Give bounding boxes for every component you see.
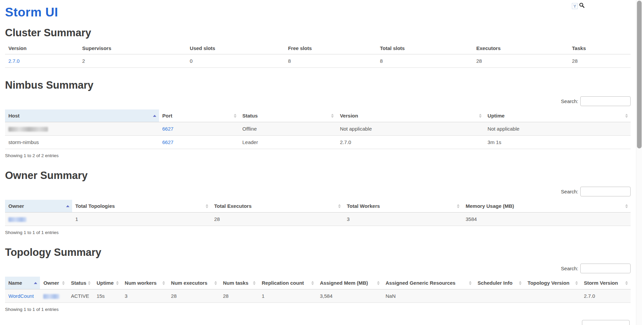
cluster-row: 2.7.0 2 0 8 8 28 28 [5, 54, 631, 68]
col-header-topo-uptime[interactable]: Uptime [93, 277, 121, 289]
topology-header-row: Name Owner Status Uptime Num workers [5, 277, 631, 289]
sort-both-icon [479, 114, 482, 118]
col-header-uptime[interactable]: Uptime [484, 109, 631, 122]
sort-both-icon [234, 114, 236, 118]
sort-both-icon [331, 114, 334, 118]
topology-uptime-value: 15s [93, 289, 121, 303]
sort-both-icon [162, 281, 165, 285]
col-header-tasks: Tasks [569, 42, 631, 54]
sort-both-icon [625, 281, 628, 285]
col-header-num-workers[interactable]: Num workers [121, 277, 168, 289]
supervisor-summary-heading: Supervisor Summary [5, 323, 631, 325]
col-header-assigned-mem[interactable]: Assigned Mem (MB) [317, 277, 382, 289]
owner-summary-heading: Owner Summary [5, 170, 631, 182]
col-header-topo-owner[interactable]: Owner [40, 277, 67, 289]
nimbus-search-row: Search: [5, 96, 631, 106]
nimbus-version-value: Not applicable [336, 122, 484, 136]
redacted-owner-value [43, 294, 59, 299]
scrollbar-thumb[interactable] [637, 1, 642, 148]
topology-assigned-mem-value: 3,584 [317, 289, 382, 303]
topology-num-executors-value: 28 [168, 289, 220, 303]
col-header-memory-usage[interactable]: Memory Usage (MB) [462, 200, 631, 213]
scrollbar-track[interactable] [636, 0, 642, 325]
sort-both-icon [338, 204, 341, 208]
storm-ui-page: Storm UI Cluster Summary Version Supervi… [5, 5, 631, 325]
owner-total-executors-value: 28 [211, 213, 343, 226]
col-header-topology-version[interactable]: Topology Version [524, 277, 581, 289]
col-header-name[interactable]: Name [5, 277, 40, 289]
topology-status-value: ACTIVE [67, 289, 93, 303]
topbar-icons: Y [572, 2, 585, 9]
topology-version-value [524, 289, 581, 303]
owner-search-label: Search: [561, 189, 578, 194]
topology-name-link[interactable]: WordCount [8, 293, 34, 299]
owner-total-workers-value: 3 [343, 213, 462, 226]
owner-search-input[interactable] [580, 187, 631, 196]
sort-both-icon [214, 281, 217, 285]
col-header-nimbus-version[interactable]: Version [336, 109, 484, 122]
topology-search-row: Search: [5, 263, 631, 273]
sort-both-icon [469, 281, 472, 285]
topology-search-label: Search: [561, 266, 578, 271]
sort-both-icon [88, 281, 91, 285]
cluster-version-link[interactable]: 2.7.0 [8, 58, 19, 64]
col-header-host[interactable]: Host [5, 109, 159, 122]
col-header-port[interactable]: Port [159, 109, 239, 122]
nimbus-port-link[interactable]: 6627 [162, 126, 173, 132]
col-header-scheduler-info[interactable]: Scheduler Info [474, 277, 524, 289]
col-header-num-executors[interactable]: Num executors [168, 277, 220, 289]
cluster-executors-value: 28 [473, 54, 569, 68]
owner-row: 1 28 3 3584 [5, 213, 631, 226]
sort-both-icon [116, 281, 119, 285]
topology-search-input[interactable] [580, 264, 631, 273]
nimbus-row: 6627 Offline Not applicable Not applicab… [5, 122, 631, 136]
topology-summary-table: Name Owner Status Uptime Num workers [5, 277, 631, 303]
col-header-executors: Executors [473, 42, 569, 54]
owner-memory-usage-value: 3584 [462, 213, 631, 226]
sort-asc-icon [66, 205, 69, 207]
col-header-storm-version[interactable]: Storm Version [581, 277, 631, 289]
col-header-total-slots: Total slots [377, 42, 473, 54]
cluster-supervisors-value: 2 [79, 54, 186, 68]
nimbus-status-value: Offline [239, 122, 337, 136]
supervisor-search-input[interactable] [582, 320, 630, 325]
col-header-assigned-generic-resources[interactable]: Assigned Generic Resources [382, 277, 474, 289]
owner-search-row: Search: [5, 186, 631, 196]
col-header-supervisors: Supervisors [79, 42, 186, 54]
topology-assigned-generic-resources-value: NaN [382, 289, 474, 303]
col-header-owner[interactable]: Owner [5, 200, 72, 213]
owner-total-topologies-value: 1 [72, 213, 211, 226]
nimbus-summary-heading: Nimbus Summary [5, 79, 631, 91]
nimbus-row: storm-nimbus 6627 Leader 2.7.0 3m 1s [5, 136, 631, 149]
nimbus-uptime-value: Not applicable [484, 122, 631, 136]
topology-num-workers-value: 3 [121, 289, 168, 303]
col-header-total-executors[interactable]: Total Executors [211, 200, 343, 213]
col-header-total-workers[interactable]: Total Workers [343, 200, 462, 213]
topology-row: WordCount ACTIVE 15s 3 28 28 1 3,584 NaN… [5, 289, 631, 303]
col-header-status[interactable]: Status [239, 109, 337, 122]
col-header-topo-status[interactable]: Status [67, 277, 93, 289]
owner-entries-info: Showing 1 to 1 of 1 entries [5, 230, 631, 235]
sort-both-icon [625, 114, 628, 118]
sort-both-icon [311, 281, 314, 285]
redacted-host-value [8, 127, 48, 132]
nimbus-port-link[interactable]: 6627 [162, 139, 173, 145]
sort-both-icon [377, 281, 380, 285]
cluster-used-slots-value: 0 [186, 54, 285, 68]
col-header-replication-count[interactable]: Replication count [258, 277, 316, 289]
cluster-free-slots-value: 8 [285, 54, 377, 68]
topology-replication-count-value: 1 [258, 289, 316, 303]
sort-both-icon [575, 281, 578, 285]
col-header-used-slots: Used slots [186, 42, 285, 54]
app-title[interactable]: Storm UI [5, 5, 631, 19]
owner-header-row: Owner Total Topologies Total Executors T… [5, 200, 631, 213]
col-header-total-topologies[interactable]: Total Topologies [72, 200, 211, 213]
search-icon[interactable] [579, 2, 585, 9]
nimbus-entries-info: Showing 1 to 2 of 2 entries [5, 153, 631, 158]
nimbus-host-value: storm-nimbus [5, 136, 159, 149]
filter-icon[interactable]: Y [572, 3, 578, 9]
topology-owner-redacted [40, 289, 67, 303]
nimbus-search-input[interactable] [580, 96, 631, 106]
cluster-tasks-value: 28 [569, 54, 631, 68]
col-header-num-tasks[interactable]: Num tasks [220, 277, 259, 289]
